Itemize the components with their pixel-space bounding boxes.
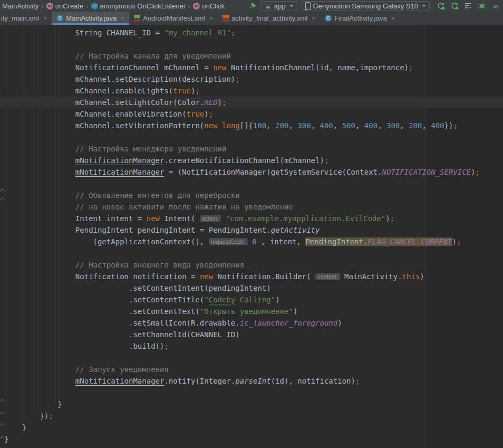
code-token: 200 [409,121,422,130]
code-line[interactable]: } [0,433,503,445]
code-token: mNotificationManager [75,156,165,165]
code-token: // Настройка менеджера уведомлений [4,145,226,153]
code-token: 100 [253,121,266,130]
code-line[interactable]: // Настройка внешнего вида уведомления [0,259,503,271]
code-token [4,156,75,165]
code-line[interactable] [0,39,503,50]
code-token: , [311,121,320,130]
code-line[interactable]: .setSmallIcon(R.drawable.ic_launcher_for… [0,317,503,329]
breadcrumb-item-anonymous-onclicklistener[interactable]: anonymous OnClickListener [90,2,187,10]
code-line[interactable]: mNotificationManager.notify(Integer.pars… [0,375,503,387]
code-line[interactable] [0,247,503,259]
code-token: 0 [252,237,256,246]
code-token: ) [204,110,208,118]
editor[interactable]: String CHANNEL_ID = "my_channel_01"; // … [0,25,503,448]
code-token: []{ [240,121,253,130]
module-selector[interactable]: app [261,1,297,11]
tab-label: activity_final_acttivity.xml [231,14,307,22]
code-token: , [422,121,431,130]
tab-FinalActtivity-java[interactable]: CFinalActtivity.java× [320,12,399,25]
code-line[interactable]: .setContentTitle("Codeby Calling") [0,294,503,306]
code-line[interactable]: mChannel.setLightColor(Color.RED); [0,97,503,108]
code-line[interactable]: mChannel.enableVibration(true); [0,108,503,120]
code-token: Notification notification = [4,272,200,281]
coverage-icon[interactable] [463,2,472,11]
build-hammer-icon[interactable] [248,2,257,11]
code-line[interactable]: // Настройка канала для уведомлений [0,50,503,62]
code-line[interactable] [0,178,503,189]
code-token: , [289,121,298,130]
code-line[interactable]: } [0,422,503,433]
code-token: Intent intent = [4,214,147,223]
code-line[interactable]: } [0,398,503,410]
code-token: mChannel.enableLights( [4,87,173,95]
close-icon[interactable]: × [43,15,47,22]
code-token: long [222,121,240,130]
code-line[interactable]: // на новое активити после нажатия на ув… [0,201,503,213]
code-token: // Обьявление интентов для переброски [4,191,240,199]
code-line[interactable]: .setContentIntent(pendingIntent) [0,282,503,294]
breadcrumb-label: onClick [202,2,225,10]
profiler-icon[interactable] [491,2,500,11]
code-token: PendingIntent pendingIntent = PendingInt… [4,226,271,234]
breadcrumb-item-mainactivity[interactable]: MainActivity [1,2,40,10]
apply-changes-restart-icon[interactable] [436,2,445,11]
code-token: 200 [275,121,288,130]
code-token: = (NotificationManager)getSystemService(… [164,168,382,176]
code-line[interactable]: NotificationChannel mChannel = new Notif… [0,62,503,73]
code-line[interactable]: (getApplicationContext(), requestCode: 0… [0,236,503,247]
code-token: }) [4,412,49,420]
method-icon: m [193,3,200,9]
code-token: mChannel.setVibrationPattern( [4,121,204,130]
code-line[interactable]: mNotificationManager = (NotificationMana… [0,166,503,178]
code-line[interactable]: .setChannelId(CHANNEL_ID) [0,329,503,340]
class-icon: C [56,15,63,22]
code-token: RED [204,98,217,107]
code-token: ; [222,98,226,107]
code-token: Codeby [209,296,236,304]
close-icon[interactable]: × [209,15,213,22]
code-line[interactable]: // Запуск уведомления [0,364,503,375]
close-icon[interactable]: × [312,15,315,22]
code-line[interactable]: .setContentText("Открыть уведомление") [0,306,503,317]
code-line[interactable]: Notification notification = new Notifica… [0,271,503,282]
code-token: ) [337,319,342,327]
code-token: 400 [431,121,444,130]
apply-code-changes-icon[interactable]: A [450,2,459,11]
tab-MainActivity-java[interactable]: CMainActivity.java× [52,12,129,25]
code-line[interactable]: }); [0,410,503,422]
anonymous-class-icon [91,3,98,9]
code-line[interactable]: // Настройка менеджера уведомлений [0,143,503,155]
code-line[interactable]: PendingIntent pendingIntent = PendingInt… [0,224,503,236]
code-token: ic_launcher_foreground [240,319,337,327]
code-line[interactable] [0,387,503,398]
device-selector[interactable]: Genymotion Samsung Galaxy S10 [302,1,430,11]
code-line[interactable]: mChannel.enableLights(true); [0,85,503,97]
tab-AndroidManifest-xml[interactable]: AndroidManifest.xml× [129,12,218,25]
breadcrumb-item-oncreate[interactable]: monCreate [45,2,84,10]
code-line[interactable]: Intent intent = new Intent( action: "com… [0,213,503,224]
code-line[interactable]: mChannel.setDescription(description); [0,73,503,85]
code-token: ) [452,237,457,246]
code-line[interactable] [0,131,503,143]
code-lines[interactable]: String CHANNEL_ID = "my_channel_01"; // … [0,27,503,445]
breadcrumb-item-onclick[interactable]: monClick [192,2,226,10]
code-token: this [402,272,420,281]
code-token: ) [385,214,390,223]
code-token: parseInt [235,377,270,385]
close-icon[interactable]: × [391,15,395,22]
code-line[interactable]: mNotificationManager.createNotificationC… [0,155,503,166]
code-line[interactable]: String CHANNEL_ID = "my_channel_01"; [0,27,503,39]
tab-ity_main-xml[interactable]: ity_main.xml× [0,12,52,25]
debug-icon[interactable] [477,2,486,11]
code-line[interactable]: // Обьявление интентов для переброски [0,189,503,201]
close-icon[interactable]: × [121,15,124,22]
code-line[interactable]: mChannel.setVibrationPattern(new long[]{… [0,120,503,131]
code-line[interactable]: .build(); [0,340,503,352]
code-token: ; [355,377,360,385]
tab-activity_final_acttivity-xml[interactable]: activity_final_acttivity.xml× [218,12,320,25]
device-phone-icon [305,2,311,10]
code-line[interactable] [0,352,503,364]
code-token: ; [209,110,213,118]
code-token: .build() [4,342,164,350]
